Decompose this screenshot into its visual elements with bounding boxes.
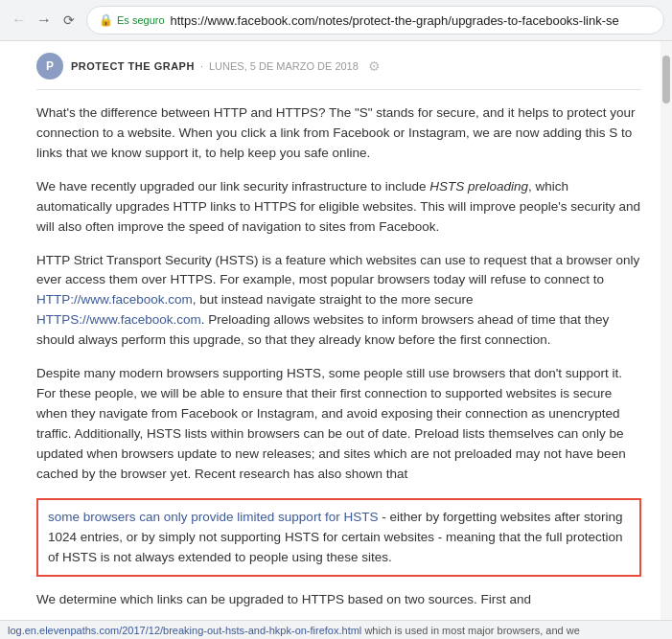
url-text: https://www.facebook.com/notes/protect-t… [171, 13, 652, 28]
highlight-text: some browsers can only provide limited s… [48, 508, 630, 568]
paragraph-3-mid: , but instead navigate straight to the m… [193, 292, 474, 307]
http-facebook-link[interactable]: HTTP://www.facebook.com [36, 292, 193, 307]
back-button[interactable]: ← [8, 9, 31, 32]
paragraph-3-pre: HTTP Strict Transport Security (HSTS) is… [36, 253, 639, 287]
page-wrapper: P PROTECT THE GRAPH · LUNES, 5 DE MARZO … [0, 41, 672, 639]
paragraph-3: HTTP Strict Transport Security (HSTS) is… [36, 251, 641, 352]
limited-support-link[interactable]: some browsers can only provide limited s… [48, 510, 378, 524]
left-sidebar [0, 41, 17, 639]
note-date: LUNES, 5 DE MARZO DE 2018 [209, 60, 359, 72]
note-header: P PROTECT THE GRAPH · LUNES, 5 DE MARZO … [36, 41, 641, 90]
main-content: P PROTECT THE GRAPH · LUNES, 5 DE MARZO … [17, 41, 660, 639]
bottom-bar: log.en.elevenpaths.com/2017/12/breaking-… [0, 620, 672, 639]
browser-toolbar: ← → ⟳ 🔒 Es seguro https://www.facebook.c… [0, 0, 672, 40]
paragraph-5-pre: We determine which links can be upgraded… [36, 592, 531, 606]
note-meta: PROTECT THE GRAPH · LUNES, 5 DE MARZO DE… [71, 58, 381, 74]
nav-buttons: ← → ⟳ [8, 9, 81, 32]
hsts-preloading-em: HSTS preloading [429, 179, 528, 194]
paragraph-1: What's the difference between HTTP and H… [36, 103, 641, 164]
bottom-link[interactable]: log.en.elevenpaths.com/2017/12/breaking-… [8, 625, 361, 636]
note-source: PROTECT THE GRAPH [71, 60, 195, 72]
refresh-button[interactable]: ⟳ [58, 9, 81, 32]
paragraph-5: We determine which links can be upgraded… [36, 590, 641, 610]
avatar: P [36, 53, 63, 80]
https-facebook-link[interactable]: HTTPS://www.facebook.com [36, 312, 201, 327]
lock-icon: 🔒 [99, 13, 113, 27]
paragraph-2: We have recently upgraded our link secur… [36, 177, 641, 238]
bottom-link-suffix: which is used in most major browsers, an… [361, 625, 579, 636]
scrollbar-thumb [662, 56, 670, 103]
meta-separator: · [200, 60, 203, 72]
article-body: What's the difference between HTTP and H… [36, 103, 641, 610]
forward-button[interactable]: → [33, 9, 56, 32]
paragraph-2-pre: We have recently upgraded our link secur… [36, 179, 429, 194]
paragraph-4-pre: Despite many modern browsers supporting … [36, 364, 641, 485]
secure-label: Es seguro [117, 14, 165, 26]
settings-icon[interactable]: ⚙ [368, 58, 381, 74]
address-bar[interactable]: 🔒 Es seguro https://www.facebook.com/not… [86, 6, 664, 34]
highlight-box: some browsers can only provide limited s… [36, 498, 641, 578]
scrollbar[interactable] [660, 41, 672, 639]
secure-indicator: 🔒 Es seguro [99, 13, 165, 27]
browser-chrome: ← → ⟳ 🔒 Es seguro https://www.facebook.c… [0, 0, 672, 41]
